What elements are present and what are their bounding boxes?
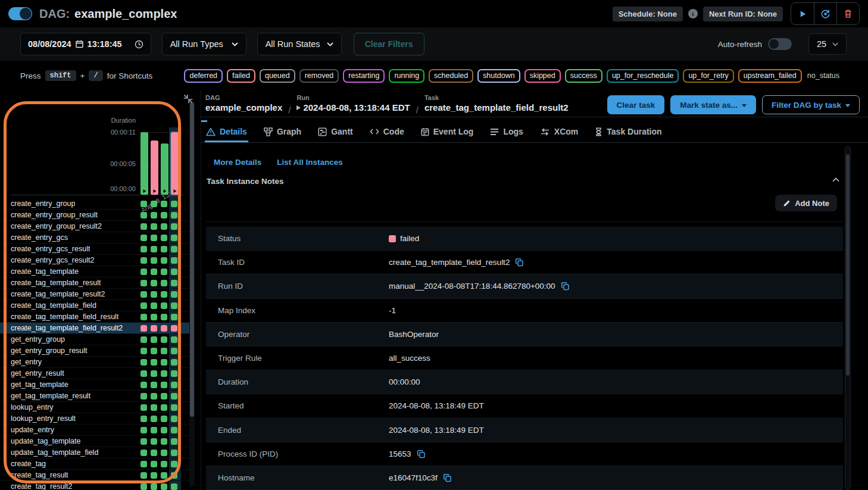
- status-badge[interactable]: no_status: [806, 70, 841, 82]
- task-instance-square[interactable]: [151, 427, 157, 433]
- breadcrumb-task-value[interactable]: create_tag_template_field_result2: [424, 102, 569, 113]
- task-row-get_entry[interactable]: get_entry: [0, 357, 189, 368]
- task-instance-square[interactable]: [151, 404, 157, 411]
- task-instance-square[interactable]: [171, 336, 177, 343]
- task-instance-square[interactable]: [161, 404, 167, 411]
- notes-collapse-icon[interactable]: [832, 177, 839, 182]
- task-instance-square[interactable]: [171, 325, 177, 332]
- task-instance-square[interactable]: [171, 201, 177, 207]
- task-instance-square[interactable]: [171, 472, 177, 479]
- run-bar[interactable]: [161, 143, 168, 195]
- task-instance-square[interactable]: [161, 393, 167, 400]
- task-instance-square[interactable]: [140, 348, 147, 354]
- copy-icon[interactable]: [417, 450, 426, 458]
- main-scrollbar[interactable]: [845, 146, 851, 490]
- task-instance-square[interactable]: [140, 472, 147, 479]
- task-instance-square[interactable]: [140, 325, 147, 332]
- task-instance-square[interactable]: [161, 291, 167, 298]
- task-row-get_tag_template[interactable]: get_tag_template: [0, 379, 189, 391]
- run-types-select[interactable]: All Run Types: [162, 33, 246, 55]
- status-badge[interactable]: running: [389, 69, 424, 83]
- task-instance-square[interactable]: [140, 302, 147, 309]
- task-instance-square[interactable]: [171, 450, 177, 456]
- task-instance-square[interactable]: [140, 280, 147, 286]
- status-badge[interactable]: upstream_failed: [738, 69, 802, 83]
- task-row-create_entry_gcs[interactable]: create_entry_gcs: [0, 232, 189, 244]
- breadcrumb-run-value[interactable]: 2024-08-08, 13:18:44 EDT: [296, 102, 410, 113]
- task-instance-square[interactable]: [161, 325, 167, 332]
- scrollbar-thumb[interactable]: [846, 154, 850, 376]
- task-instance-square[interactable]: [171, 291, 177, 298]
- task-instance-square[interactable]: [161, 483, 167, 490]
- copy-icon[interactable]: [515, 258, 524, 267]
- task-row-create_tag_template_field[interactable]: create_tag_template_field: [0, 300, 189, 311]
- task-instance-square[interactable]: [151, 201, 157, 207]
- task-row-get_tag_template_result[interactable]: get_tag_template_result: [0, 391, 189, 402]
- task-instance-square[interactable]: [151, 314, 157, 320]
- task-row-update_entry[interactable]: update_entry: [0, 425, 189, 436]
- task-instance-square[interactable]: [151, 438, 157, 445]
- task-instance-square[interactable]: [171, 382, 177, 388]
- status-badge[interactable]: scheduled: [429, 69, 473, 83]
- task-row-create_entry_gcs_result2[interactable]: create_entry_gcs_result2: [0, 255, 189, 266]
- task-instance-square[interactable]: [140, 235, 147, 241]
- task-instance-square[interactable]: [161, 416, 167, 422]
- task-instance-square[interactable]: [140, 269, 147, 275]
- task-instance-square[interactable]: [161, 302, 167, 309]
- task-instance-square[interactable]: [171, 314, 177, 320]
- add-note-button[interactable]: Add Note: [775, 195, 837, 211]
- task-instance-square[interactable]: [151, 212, 157, 219]
- task-instance-square[interactable]: [140, 314, 147, 320]
- task-instance-square[interactable]: [151, 235, 157, 241]
- task-row-get_entry_group_result[interactable]: get_entry_group_result: [0, 345, 189, 357]
- task-row-create_tag[interactable]: create_tag: [0, 458, 189, 470]
- status-badge[interactable]: shutdown: [477, 69, 520, 83]
- task-instance-square[interactable]: [140, 291, 147, 298]
- task-instance-square[interactable]: [140, 382, 147, 388]
- run-datetime-input[interactable]: 08/08/2024 13:18:45: [20, 33, 151, 55]
- task-row-create_entry_group[interactable]: create_entry_group: [0, 198, 189, 210]
- task-instance-square[interactable]: [161, 427, 167, 433]
- tab-task-duration[interactable]: Task Duration: [594, 121, 663, 142]
- task-instance-square[interactable]: [171, 348, 177, 354]
- status-badge[interactable]: up_for_retry: [683, 69, 733, 83]
- task-row-update_tag_template[interactable]: update_tag_template: [0, 436, 189, 447]
- task-instance-square[interactable]: [151, 348, 157, 354]
- task-instance-square[interactable]: [151, 382, 157, 388]
- task-row-update_tag_template_field[interactable]: update_tag_template_field: [0, 447, 189, 458]
- task-instance-square[interactable]: [140, 416, 147, 422]
- task-instance-square[interactable]: [161, 348, 167, 354]
- task-instance-square[interactable]: [151, 450, 157, 456]
- task-instance-square[interactable]: [161, 336, 167, 343]
- task-instance-square[interactable]: [151, 257, 157, 264]
- task-instance-square[interactable]: [151, 472, 157, 479]
- page-size-select[interactable]: 25: [808, 33, 847, 55]
- task-instance-square[interactable]: [151, 269, 157, 275]
- refresh-button[interactable]: [814, 3, 836, 24]
- task-instance-square[interactable]: [161, 438, 167, 445]
- task-instance-square[interactable]: [171, 483, 177, 490]
- task-instance-square[interactable]: [161, 472, 167, 479]
- task-instance-square[interactable]: [161, 269, 167, 275]
- mark-state-button[interactable]: Mark state as...: [670, 95, 756, 114]
- collapse-grid-icon[interactable]: [183, 93, 193, 106]
- filter-dag-by-task-button[interactable]: Filter DAG by task: [762, 95, 860, 114]
- task-row-create_tag_template[interactable]: create_tag_template: [0, 266, 189, 277]
- task-instance-square[interactable]: [171, 427, 177, 433]
- task-instance-square[interactable]: [140, 223, 147, 230]
- task-instance-square[interactable]: [151, 223, 157, 230]
- scrollbar-thumb[interactable]: [190, 102, 194, 417]
- task-instance-square[interactable]: [161, 246, 167, 252]
- task-instance-square[interactable]: [140, 461, 147, 467]
- panel-link[interactable]: More Details: [214, 158, 261, 167]
- tab-xcom[interactable]: XCom: [539, 121, 579, 142]
- clear-filters-button[interactable]: Clear Filters: [354, 33, 424, 55]
- task-instance-square[interactable]: [161, 280, 167, 286]
- task-row-create_entry_gcs_result[interactable]: create_entry_gcs_result: [0, 244, 189, 255]
- task-instance-square[interactable]: [151, 483, 157, 490]
- status-badge[interactable]: restarting: [343, 69, 385, 83]
- task-row-get_entry_group[interactable]: get_entry_group: [0, 334, 189, 345]
- task-instance-square[interactable]: [161, 370, 167, 377]
- tab-logs[interactable]: Logs: [489, 121, 524, 142]
- tab-gantt[interactable]: Gantt: [317, 121, 354, 142]
